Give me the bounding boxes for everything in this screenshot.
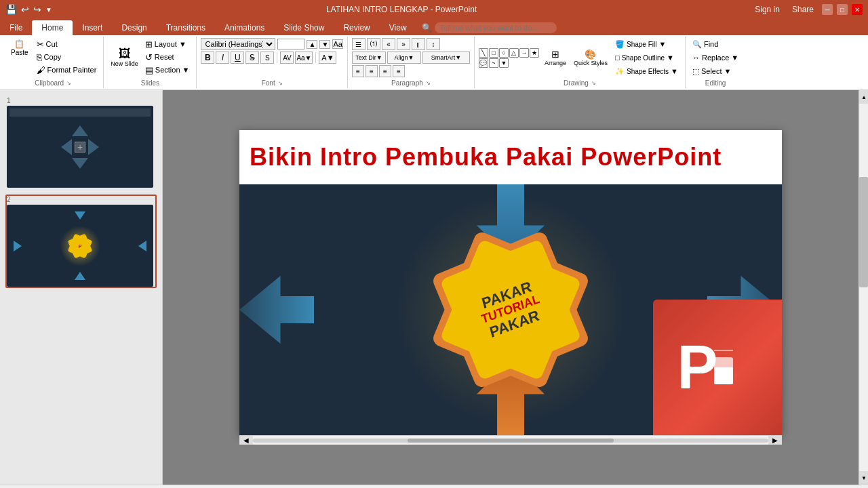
shape-rect[interactable]: □ bbox=[489, 48, 498, 58]
strikethrough-button[interactable]: S̶ bbox=[245, 52, 259, 64]
customize-icon[interactable]: ▼ bbox=[45, 6, 52, 14]
shape-curve[interactable]: ~ bbox=[489, 58, 498, 68]
shape-outline-button[interactable]: □ Shape Outline ▼ bbox=[612, 52, 681, 64]
shape-circle[interactable]: ○ bbox=[499, 48, 509, 58]
select-button[interactable]: ⬚ Select ▼ bbox=[690, 65, 741, 77]
replace-button[interactable]: ↔ Replace ▼ bbox=[690, 52, 741, 64]
columns-button[interactable]: ⫿ bbox=[412, 38, 425, 50]
layout-button[interactable]: ⊞ Layout ▼ bbox=[142, 38, 193, 50]
format-painter-button[interactable]: 🖌 Format Painter bbox=[34, 64, 100, 76]
tab-slideshow[interactable]: Slide Show bbox=[274, 20, 334, 35]
new-slide-button[interactable]: 🖼 New Slide bbox=[108, 38, 141, 76]
scroll-thumb-vertical[interactable] bbox=[859, 177, 868, 287]
font-expand-icon[interactable]: ↘ bbox=[278, 80, 283, 86]
shape-fill-dropdown: ▼ bbox=[658, 40, 666, 48]
font-color-button[interactable]: A▼ bbox=[319, 52, 336, 64]
tab-file[interactable]: File bbox=[0, 20, 32, 35]
bold-button[interactable]: B bbox=[201, 52, 214, 64]
underline-button[interactable]: U bbox=[231, 52, 244, 64]
find-icon: 🔍 bbox=[692, 40, 702, 49]
scroll-up-button[interactable]: ▲ bbox=[859, 90, 868, 104]
shadow-button[interactable]: S bbox=[260, 52, 274, 64]
slide-preview-1: + bbox=[7, 106, 153, 188]
smartart-button[interactable]: SmartArt▼ bbox=[422, 52, 470, 64]
shape-outline-icon: □ bbox=[615, 54, 620, 62]
slide-num-1: 1 bbox=[7, 97, 155, 104]
scroll-left-button[interactable]: ◀ bbox=[239, 436, 253, 445]
shape-triangle[interactable]: △ bbox=[509, 48, 519, 58]
slide-thumb-2[interactable]: 2 bbox=[5, 195, 157, 288]
find-button[interactable]: 🔍 Find bbox=[690, 38, 741, 50]
paragraph-expand-icon[interactable]: ↘ bbox=[426, 80, 431, 86]
arrange-label: Arrange bbox=[545, 60, 566, 66]
signin-button[interactable]: Sign in bbox=[751, 3, 784, 16]
replace-icon: ↔ bbox=[692, 54, 700, 62]
tab-transitions[interactable]: Transitions bbox=[157, 20, 215, 35]
shape-fill-button[interactable]: 🪣 Shape Fill ▼ bbox=[612, 38, 681, 50]
bullets-button[interactable]: ☰ bbox=[352, 38, 366, 50]
tab-insert[interactable]: Insert bbox=[73, 20, 112, 35]
minimize-button[interactable]: ─ bbox=[822, 4, 833, 15]
change-case-button[interactable]: Aa▼ bbox=[295, 52, 313, 64]
text-direction-button[interactable]: Text Dir▼ bbox=[352, 52, 386, 64]
shape-callout[interactable]: 💬 bbox=[479, 58, 488, 68]
decrease-indent-button[interactable]: « bbox=[382, 38, 395, 50]
slide-thumb-1[interactable]: 1 + bbox=[5, 96, 157, 189]
numbering-button[interactable]: ⑴ bbox=[367, 38, 380, 50]
scroll-thumb[interactable] bbox=[408, 439, 614, 443]
drawing-expand-icon[interactable]: ↘ bbox=[591, 80, 596, 86]
font-family-select[interactable]: Calibri (Headings) bbox=[201, 38, 275, 50]
arrange-button[interactable]: ⊞ Arrange bbox=[542, 44, 569, 71]
align-left-button[interactable]: ≡ bbox=[352, 65, 364, 77]
vertical-scrollbar[interactable]: ▲ ▼ bbox=[859, 90, 868, 485]
drawing-row1: ╲ □ ○ △ → ★ 💬 ~ ▼ ⊞ Arrange bbox=[479, 38, 681, 77]
thumb1-down-arrow bbox=[72, 158, 88, 169]
tab-design[interactable]: Design bbox=[112, 20, 156, 35]
shape-line[interactable]: ╲ bbox=[479, 48, 488, 58]
font-size-input[interactable]: 60 bbox=[277, 39, 304, 49]
shape-format-col: 🪣 Shape Fill ▼ □ Shape Outline ▼ ✨ Shape… bbox=[612, 38, 681, 77]
tab-home[interactable]: Home bbox=[32, 20, 73, 35]
scroll-down-button[interactable]: ▼ bbox=[859, 471, 868, 485]
tell-me-input[interactable] bbox=[435, 22, 557, 33]
font-size-increase-button[interactable]: ▲ bbox=[307, 40, 317, 49]
align-text-button[interactable]: Align▼ bbox=[387, 52, 421, 64]
share-button[interactable]: Share bbox=[788, 3, 818, 16]
justify-button[interactable]: ≡ bbox=[393, 65, 405, 77]
quick-styles-button[interactable]: 🎨 Quick Styles bbox=[571, 44, 610, 71]
shape-more[interactable]: ▼ bbox=[499, 58, 509, 68]
italic-button[interactable]: I bbox=[216, 52, 229, 64]
tab-review[interactable]: Review bbox=[334, 20, 379, 35]
redo-icon[interactable]: ↪ bbox=[33, 4, 41, 15]
font-size-decrease-button[interactable]: ▼ bbox=[319, 40, 330, 49]
clipboard-expand-icon[interactable]: ↘ bbox=[66, 80, 71, 86]
reset-button[interactable]: ↺ Reset bbox=[142, 51, 193, 63]
line-spacing-button[interactable]: ↕ bbox=[427, 38, 440, 50]
paste-button[interactable]: 📋 Paste bbox=[7, 38, 33, 58]
copy-button[interactable]: ⎘ Copy bbox=[34, 51, 100, 63]
char-spacing-button[interactable]: AV bbox=[280, 52, 294, 64]
undo-icon[interactable]: ↩ bbox=[21, 4, 29, 15]
ppt-chart-icon bbox=[711, 337, 758, 398]
increase-indent-button[interactable]: » bbox=[397, 38, 410, 50]
quick-access-toolbar: 💾 ↩ ↪ ▼ bbox=[5, 4, 52, 15]
shape-arrow[interactable]: → bbox=[519, 48, 529, 58]
cut-button[interactable]: ✂ Cut bbox=[34, 38, 100, 50]
save-icon[interactable]: 💾 bbox=[5, 4, 17, 15]
section-button[interactable]: ▤ Section ▼ bbox=[142, 64, 193, 76]
scroll-right-button[interactable]: ▶ bbox=[768, 436, 782, 445]
close-button[interactable]: ✕ bbox=[852, 4, 863, 15]
slides-group: 🖼 New Slide ⊞ Layout ▼ ↺ Reset ▤ bbox=[104, 37, 197, 88]
tab-animations[interactable]: Animations bbox=[215, 20, 274, 35]
align-center-button[interactable]: ≡ bbox=[366, 65, 378, 77]
quick-styles-label: Quick Styles bbox=[574, 60, 608, 66]
align-right-button[interactable]: ≡ bbox=[379, 65, 391, 77]
thumb2-left-arrow bbox=[14, 241, 22, 251]
shape-effects-button[interactable]: ✨ Shape Effects ▼ bbox=[612, 65, 681, 77]
shape-star[interactable]: ★ bbox=[530, 48, 539, 58]
tab-view[interactable]: View bbox=[380, 20, 416, 35]
slide-canvas[interactable]: Bikin Intro Pembuka Pakai PowerPoint bbox=[239, 130, 782, 435]
restore-button[interactable]: □ bbox=[837, 4, 848, 15]
clear-format-button[interactable]: Aa bbox=[332, 39, 342, 49]
horizontal-scrollbar[interactable]: ◀ ▶ bbox=[239, 435, 782, 445]
